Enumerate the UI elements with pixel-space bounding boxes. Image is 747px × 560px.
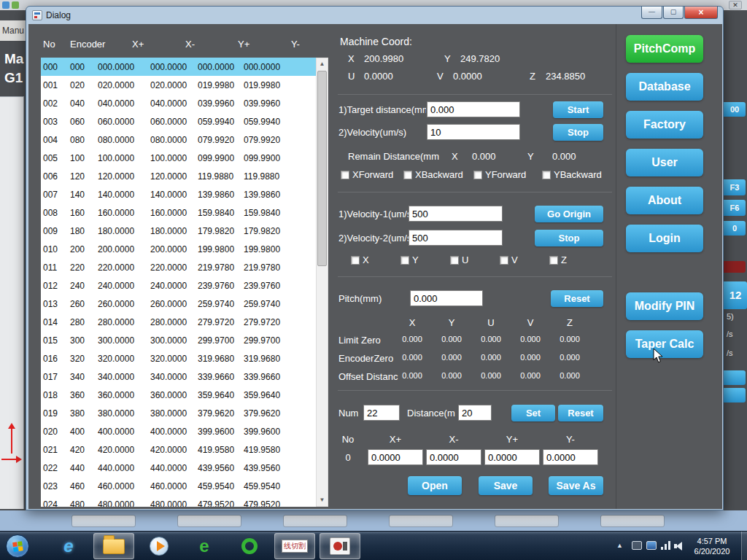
- jog-checkbox-yforward[interactable]: YForward: [473, 169, 542, 181]
- dialog-titlebar[interactable]: Dialog — ▢ ×: [26, 7, 723, 24]
- table-header-y+[interactable]: Y+: [238, 39, 249, 50]
- background-window-button[interactable]: [495, 515, 559, 527]
- background-window-button[interactable]: [177, 515, 241, 527]
- jog-checkbox-ybackward[interactable]: YBackward: [542, 169, 612, 181]
- pitch-input[interactable]: [410, 290, 483, 306]
- background-button-fragment[interactable]: [724, 370, 746, 385]
- table-row[interactable]: 021420420.0000420.0000419.9580419.9580: [41, 440, 316, 459]
- maximize-button[interactable]: ▢: [663, 7, 684, 19]
- taskbar-wirecut-icon[interactable]: 线切割: [274, 533, 315, 559]
- table-row[interactable]: 002040040.0000040.0000039.9960039.9960: [41, 94, 316, 112]
- table-row[interactable]: 012240240.0000240.0000239.9760239.9760: [41, 276, 316, 295]
- pitch-reset-button[interactable]: Reset: [551, 290, 603, 307]
- volume-icon[interactable]: [674, 541, 684, 551]
- table-scrollbar[interactable]: ▲ ▼: [316, 58, 328, 507]
- update-icon[interactable]: [646, 541, 657, 550]
- side-button-pitchcomp[interactable]: PitchComp: [626, 35, 703, 63]
- background-button-fragment[interactable]: 0: [724, 221, 746, 236]
- minimize-button[interactable]: —: [641, 7, 662, 19]
- side-button-modify-pin[interactable]: Modify PIN: [626, 292, 703, 320]
- taskbar-media-player-icon[interactable]: [139, 533, 179, 559]
- comp-yminus-input[interactable]: [543, 449, 598, 465]
- ime-icon[interactable]: [632, 541, 642, 550]
- distance-input[interactable]: [458, 405, 492, 421]
- table-row[interactable]: 009180180.0000180.0000179.9820179.9820: [41, 222, 316, 240]
- table-row[interactable]: 019380380.0000380.0000379.9620379.9620: [41, 404, 316, 422]
- background-close-button[interactable]: ✕: [729, 1, 742, 9]
- table-row[interactable]: 015300300.0000300.0000299.9700299.9700: [41, 331, 316, 349]
- table-row[interactable]: 003060060.0000060.0000059.9940059.9940: [41, 112, 316, 131]
- side-button-user[interactable]: User: [626, 149, 703, 176]
- open-button[interactable]: Open: [408, 476, 462, 495]
- scrollbar-down-icon[interactable]: ▼: [317, 494, 328, 506]
- table-row[interactable]: 005100100.0000100.0000099.9900099.9900: [41, 149, 316, 167]
- axis-checkbox-v[interactable]: V: [500, 254, 549, 266]
- table-row[interactable]: 022440440.0000440.0000439.9560439.9560: [41, 459, 316, 477]
- jog-checkbox-xforward[interactable]: XForward: [341, 169, 403, 181]
- side-button-login[interactable]: Login: [626, 225, 703, 252]
- num-input[interactable]: [363, 405, 400, 421]
- comp-reset-button[interactable]: Reset: [558, 405, 603, 421]
- background-button-fragment[interactable]: 00: [724, 102, 746, 117]
- taskbar-tool-icon[interactable]: [320, 533, 360, 559]
- table-header-encoder[interactable]: Encoder: [70, 39, 105, 50]
- scrollbar-thumb[interactable]: [317, 71, 327, 266]
- show-desktop-button[interactable]: [741, 532, 747, 560]
- table-row[interactable]: 017340340.0000340.0000339.9660339.9660: [41, 368, 316, 386]
- hidden-icons-arrow[interactable]: ▲: [616, 542, 623, 549]
- background-window-button[interactable]: [71, 515, 136, 527]
- comp-yplus-input[interactable]: [484, 449, 540, 465]
- table-row[interactable]: 000000000.0000000.0000000.0000000.0000: [41, 58, 316, 76]
- table-header-no[interactable]: No: [43, 39, 55, 50]
- save-button[interactable]: Save: [479, 476, 533, 495]
- close-button[interactable]: ×: [684, 7, 718, 19]
- table-header-x+[interactable]: X+: [132, 39, 144, 50]
- taskbar-ie-icon[interactable]: e: [48, 533, 89, 559]
- table-header-y-[interactable]: Y-: [291, 39, 300, 50]
- table-row[interactable]: 007140140.0000140.0000139.9860139.9860: [41, 185, 316, 203]
- taskbar-clock[interactable]: 4:57 PM 6/20/2020: [686, 536, 738, 556]
- table-row[interactable]: 020400400.0000400.0000399.9600399.9600: [41, 422, 316, 440]
- network-icon[interactable]: [661, 541, 671, 550]
- background-window-button[interactable]: [283, 515, 347, 527]
- compensation-table[interactable]: 000000000.0000000.0000000.0000000.000000…: [41, 58, 316, 507]
- origin-stop-button[interactable]: Stop: [535, 230, 603, 246]
- save-as-button[interactable]: Save As: [549, 476, 603, 495]
- taskbar-green-e-icon[interactable]: e: [184, 533, 225, 559]
- axis-checkbox-z[interactable]: Z: [549, 254, 578, 266]
- table-row[interactable]: 011220220.0000220.0000219.9780219.9780: [41, 258, 316, 276]
- background-button-fragment[interactable]: 12: [724, 281, 747, 309]
- stop-button[interactable]: Stop: [553, 124, 603, 141]
- scrollbar-up-icon[interactable]: ▲: [317, 58, 328, 70]
- background-button-fragment[interactable]: F6: [724, 200, 746, 216]
- axis-checkbox-u[interactable]: U: [450, 254, 500, 266]
- background-window-button[interactable]: [600, 515, 665, 527]
- taskbar-green-ring-icon[interactable]: [229, 533, 270, 559]
- start-button[interactable]: [6, 534, 29, 558]
- background-window-button[interactable]: [389, 515, 453, 527]
- background-button-fragment[interactable]: F3: [724, 179, 746, 195]
- side-button-database[interactable]: Database: [626, 73, 703, 101]
- go-origin-button[interactable]: Go Origin: [535, 206, 603, 222]
- axis-checkbox-y[interactable]: Y: [400, 254, 450, 266]
- comp-xplus-input[interactable]: [368, 449, 423, 465]
- velocity-input[interactable]: [427, 124, 520, 140]
- comp-xminus-input[interactable]: [426, 449, 481, 465]
- table-row[interactable]: 014280280.0000280.0000279.9720279.9720: [41, 313, 316, 331]
- background-button-fragment[interactable]: [724, 388, 746, 402]
- jog-checkbox-xbackward[interactable]: XBackward: [403, 169, 473, 181]
- side-button-factory[interactable]: Factory: [626, 111, 703, 139]
- table-row[interactable]: 023460460.0000460.0000459.9540459.9540: [41, 477, 316, 495]
- table-row[interactable]: 018360360.0000360.0000359.9640359.9640: [41, 386, 316, 404]
- table-row[interactable]: 013260260.0000260.0000259.9740259.9740: [41, 295, 316, 313]
- velocity1-input[interactable]: [409, 206, 503, 222]
- side-button-about[interactable]: About: [626, 187, 703, 214]
- set-button[interactable]: Set: [511, 405, 555, 421]
- velocity2-input[interactable]: [409, 230, 503, 246]
- table-row[interactable]: 016320320.0000320.0000319.9680319.9680: [41, 349, 316, 368]
- target-distance-input[interactable]: [427, 101, 520, 117]
- start-button[interactable]: Start: [553, 101, 603, 118]
- table-header-x-[interactable]: X-: [185, 39, 195, 50]
- table-row[interactable]: 010200200.0000200.0000199.9800199.9800: [41, 240, 316, 258]
- table-row[interactable]: 008160160.0000160.0000159.9840159.9840: [41, 203, 316, 222]
